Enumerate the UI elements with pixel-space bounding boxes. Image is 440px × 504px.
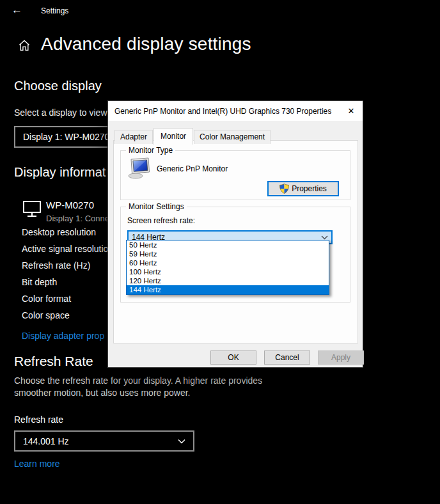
properties-button-label: Properties (292, 184, 327, 193)
uac-shield-icon (279, 184, 289, 194)
learn-more-link[interactable]: Learn more (14, 459, 60, 469)
ok-button[interactable]: OK (210, 350, 256, 365)
dropdown-option-59[interactable]: 59 Hertz (127, 249, 329, 258)
dropdown-option-120[interactable]: 120 Hertz (127, 276, 329, 285)
window-title: Settings (41, 6, 68, 15)
dialog-titlebar: Generic PnP Monitor and Intel(R) UHD Gra… (108, 101, 363, 121)
monitor-type-group: Monitor Type Generic PnP (120, 150, 350, 200)
monitor-properties-dialog: Generic PnP Monitor and Intel(R) UHD Gra… (107, 100, 363, 368)
monitor-type-legend: Monitor Type (126, 146, 175, 155)
chevron-down-icon (321, 235, 328, 240)
dialog-title: Generic PnP Monitor and Intel(R) UHD Gra… (114, 107, 331, 116)
pnp-monitor-name: Generic PnP Monitor (157, 164, 228, 173)
display-adapter-properties-link[interactable]: Display adapter prop (22, 331, 104, 341)
tab-adapter[interactable]: Adapter (114, 130, 153, 144)
refresh-rate-field-label: Refresh rate (14, 414, 63, 425)
properties-button[interactable]: Properties (267, 181, 339, 196)
dialog-tabstrip: Adapter Monitor Color Management (114, 127, 271, 144)
choose-display-subtext: Select a display to view (14, 107, 107, 118)
pnp-monitor-icon (127, 157, 152, 181)
monitor-status: Display 1: Conne (46, 214, 109, 223)
dropdown-option-100[interactable]: 100 Hertz (127, 267, 329, 276)
apply-button: Apply (318, 350, 364, 365)
home-icon[interactable] (18, 39, 31, 54)
close-icon[interactable]: ✕ (340, 101, 362, 120)
page-title: Advanced display settings (41, 34, 251, 54)
refresh-rate-description-line2: smoother motion, but also uses more powe… (14, 388, 190, 398)
refresh-rate-dropdown-list: 50 Hertz 59 Hertz 60 Hertz 100 Hertz 120… (126, 240, 329, 295)
cancel-button[interactable]: Cancel (264, 350, 310, 365)
dropdown-option-60[interactable]: 60 Hertz (127, 258, 329, 267)
monitor-icon (23, 201, 41, 217)
display-select-value: Display 1: WP-M0270 (23, 132, 109, 142)
dropdown-option-50[interactable]: 50 Hertz (127, 240, 329, 249)
refresh-rate-description-line1: Choose the refresh rate for your display… (14, 375, 262, 386)
dropdown-option-144[interactable]: 144 Hertz (127, 285, 329, 294)
screen-refresh-rate-label: Screen refresh rate: (127, 216, 195, 225)
refresh-rate-heading: Refresh Rate (14, 354, 93, 369)
tab-monitor[interactable]: Monitor (153, 128, 193, 145)
monitor-settings-legend: Monitor Settings (126, 202, 187, 211)
chevron-down-icon (178, 439, 185, 444)
choose-display-heading: Choose display (14, 79, 102, 93)
display-information-heading: Display informat (14, 165, 106, 180)
back-icon[interactable]: ← (12, 4, 22, 17)
tab-color-management[interactable]: Color Management (194, 130, 271, 144)
refresh-rate-select-value: 144.001 Hz (23, 436, 69, 446)
refresh-rate-select[interactable]: 144.001 Hz (14, 430, 194, 452)
monitor-name: WP-M0270 (46, 200, 94, 210)
